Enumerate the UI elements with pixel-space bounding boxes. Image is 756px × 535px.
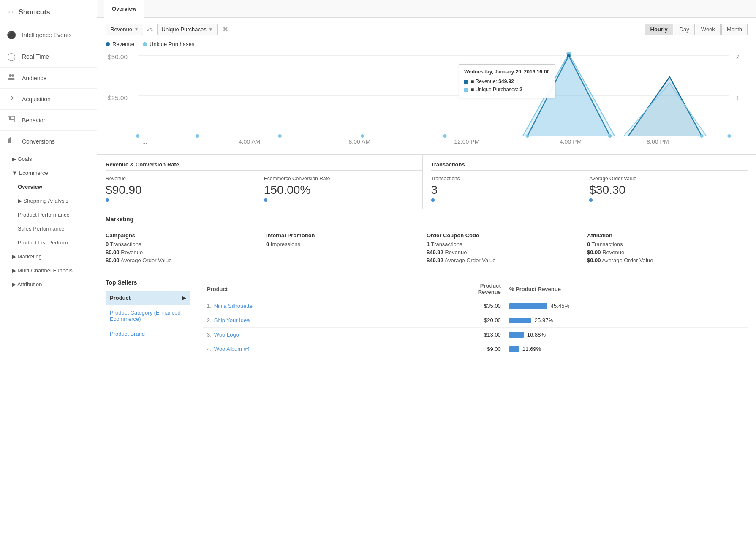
svg-text:8:00 PM: 8:00 PM — [647, 139, 669, 144]
tooltip-purchases-label: ■ Unique Purchases: 2 — [471, 86, 522, 94]
sidebar-label-acquisition: Acquisition — [22, 96, 51, 103]
marketing-col-internal: Internal Promotion 0 Impressions — [266, 232, 427, 265]
product-row3-revenue: $13.00 — [394, 328, 505, 342]
sidebar-item-marketing[interactable]: ▶ Marketing — [0, 250, 97, 263]
top-sellers-title: Top Sellers — [106, 279, 190, 286]
time-btn-week[interactable]: Week — [696, 24, 721, 35]
close-button[interactable]: ✖ — [221, 25, 230, 33]
bar-cell-1: 45.45% — [509, 303, 743, 309]
table-row: 3.Woo Logo $13.00 16.88% — [203, 328, 748, 342]
marketing-campaigns-row2: $0.00 Revenue — [106, 249, 258, 255]
table-row: 1.Ninja Silhouette $35.00 45.45% — [203, 299, 748, 313]
marketing-affiliation-row2: $0.00 Revenue — [587, 249, 739, 255]
sidebar-sub-menu: ▶ Goals ▼ Ecommerce Overview ▶ Shopping … — [0, 152, 97, 291]
acquisition-icon — [7, 95, 16, 103]
sidebar-item-attribution[interactable]: ▶ Attribution — [0, 277, 97, 291]
seller-product-label: Product — [110, 295, 131, 301]
metric1-select[interactable]: Revenue ▼ — [106, 24, 143, 35]
stats-groups: Revenue & Conversion Rate Revenue $90.90… — [106, 155, 748, 209]
svg-rect-5 — [9, 117, 11, 119]
marketing-affiliation-title: Affiliation — [587, 232, 739, 239]
sidebar-item-goals[interactable]: ▶ Goals — [0, 152, 97, 166]
chart-svg-wrapper: Wednesday, January 20, 2016 16:00 ■ Reve… — [106, 52, 748, 146]
stat-avg-order-value: $30.30 — [589, 183, 743, 197]
tooltip-row-revenue: ■ Revenue: $49.92 — [464, 78, 549, 86]
pct-label-3: 16.88% — [527, 331, 546, 338]
sidebar-item-real-time[interactable]: ◯ Real-Time — [0, 46, 97, 68]
stat-avg-order-label: Average Order Value — [589, 176, 743, 182]
seller-item-brand[interactable]: Product Brand — [106, 327, 190, 341]
sidebar-item-conversions[interactable]: Conversions — [0, 131, 97, 152]
tab-overview[interactable]: Overview — [104, 0, 144, 18]
sidebar-item-behavior[interactable]: Behavior — [0, 110, 97, 131]
tooltip-revenue-label: ■ Revenue: $49.92 — [471, 78, 514, 86]
svg-point-34 — [700, 134, 704, 138]
sidebar-item-product-list[interactable]: Product List Perform... — [0, 236, 97, 250]
time-btn-day[interactable]: Day — [674, 24, 695, 35]
sidebar-item-acquisition[interactable]: Acquisition — [0, 89, 97, 110]
col-header-product: Product — [203, 279, 394, 299]
bar-cell-4: 11.69% — [509, 346, 743, 352]
product-link-shipyouridea[interactable]: Ship Your Idea — [214, 317, 250, 323]
sidebar-item-sales-performance[interactable]: Sales Performance — [0, 222, 97, 236]
product-row4-name: 4.Woo Album #4 — [203, 342, 394, 356]
col-header-pct: % Product Revenue — [505, 279, 748, 299]
sidebar-item-overview[interactable]: Overview — [0, 180, 97, 194]
metric2-select[interactable]: Unique Purchases ▼ — [157, 24, 218, 35]
stat-revenue: Revenue $90.90 — [106, 176, 264, 202]
sidebar-item-audience[interactable]: Audience — [0, 68, 97, 89]
sidebar-item-multi-channel[interactable]: ▶ Multi-Channel Funnels — [0, 263, 97, 277]
product-link-woologo[interactable]: Woo Logo — [214, 331, 239, 338]
audience-icon — [7, 73, 16, 82]
marketing-campaigns-row3: $0.00 Average Order Value — [106, 257, 258, 263]
svg-text:12:00 PM: 12:00 PM — [454, 139, 479, 144]
bar-cell-3: 16.88% — [509, 331, 743, 338]
stat-transactions-dot — [431, 198, 435, 202]
bar-cell-2: 25.97% — [509, 317, 743, 323]
sidebar-shortcuts[interactable]: ↔ Shortcuts — [0, 0, 97, 24]
product-row2-pct: 25.97% — [505, 313, 748, 328]
controls-row: Revenue ▼ vs. Unique Purchases ▼ ✖ Hourl… — [97, 18, 756, 41]
sidebar-item-intelligence-events[interactable]: ⚫ Intelligence Events — [0, 24, 97, 46]
bar-3 — [509, 332, 524, 338]
sidebar-label-conversions: Conversions — [22, 138, 55, 145]
bar-2 — [509, 318, 531, 323]
sidebar-item-shopping-analysis[interactable]: ▶ Shopping Analysis — [0, 194, 97, 208]
svg-point-22 — [196, 134, 199, 138]
realtime-icon: ◯ — [7, 52, 16, 61]
svg-point-35 — [727, 134, 731, 138]
marketing-campaigns-title: Campaigns — [106, 232, 258, 239]
pct-label-2: 25.97% — [535, 317, 553, 323]
seller-item-category[interactable]: Product Category (Enhanced Ecommerce) — [106, 306, 190, 326]
seller-item-product[interactable]: Product ▶ — [106, 291, 190, 305]
svg-text:...: ... — [142, 139, 147, 144]
svg-text:$25.00: $25.00 — [108, 95, 127, 101]
sidebar-label-behavior: Behavior — [22, 117, 45, 124]
time-btn-month[interactable]: Month — [721, 24, 748, 35]
stats-group1-title: Revenue & Conversion Rate — [106, 161, 422, 171]
stat-revenue-value: $90.90 — [106, 183, 260, 197]
time-btn-hourly[interactable]: Hourly — [645, 24, 673, 35]
pct-label-4: 11.69% — [522, 346, 541, 352]
main-content: Overview Revenue ▼ vs. Unique Purchases … — [97, 0, 756, 535]
sidebar-label-realtime: Real-Time — [22, 53, 49, 60]
metric1-label: Revenue — [110, 26, 132, 33]
product-row3-name: 3.Woo Logo — [203, 328, 394, 342]
product-link-ninja[interactable]: Ninja Silhouette — [214, 303, 253, 309]
tooltip-swatch-purchases — [464, 88, 468, 92]
legend-revenue-label: Revenue — [112, 41, 134, 47]
stats-metrics-1: Revenue $90.90 Ecommerce Conversion Rate… — [106, 176, 422, 202]
controls-left: Revenue ▼ vs. Unique Purchases ▼ ✖ — [106, 24, 230, 35]
table-row: 4.Woo Album #4 $9.00 11.69% — [203, 342, 748, 356]
top-sellers: Top Sellers Product ▶ Product Category (… — [106, 279, 190, 356]
product-row3-pct: 16.88% — [505, 328, 748, 342]
time-buttons: Hourly Day Week Month — [645, 24, 748, 35]
tooltip-title: Wednesday, January 20, 2016 16:00 — [464, 68, 549, 76]
stat-avg-order: Average Order Value $30.30 — [589, 176, 748, 202]
sidebar-item-ecommerce[interactable]: ▼ Ecommerce — [0, 166, 97, 180]
marketing-col-campaigns: Campaigns 0 Transactions $0.00 Revenue $… — [106, 232, 266, 265]
bar-1 — [509, 303, 547, 309]
sidebar-item-product-performance[interactable]: Product Performance — [0, 208, 97, 222]
product-row2-name: 2.Ship Your Idea — [203, 313, 394, 328]
product-link-wooalbum[interactable]: Woo Album #4 — [214, 346, 250, 352]
